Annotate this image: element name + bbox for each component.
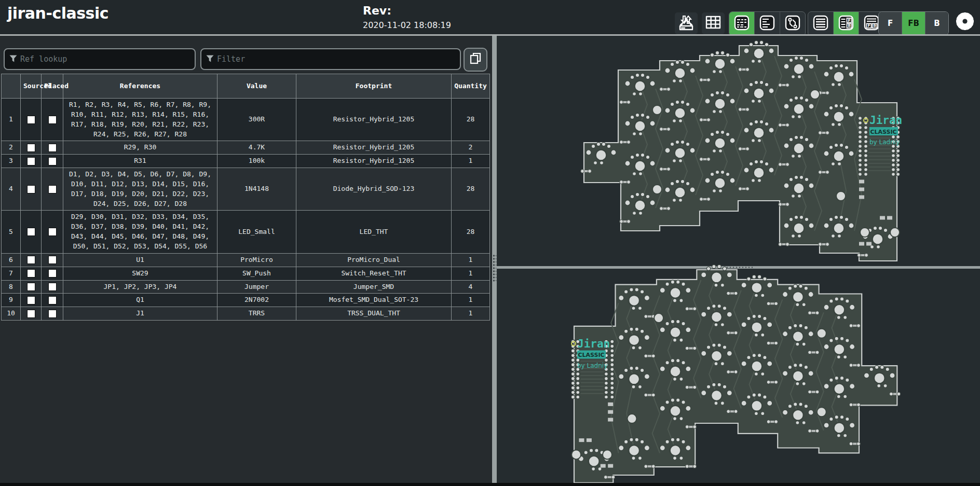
- footprint-cell: LED_THT: [296, 211, 452, 253]
- bom-ungrouped-button[interactable]: [755, 12, 780, 36]
- row-number: 5: [2, 211, 21, 253]
- row-number: 9: [2, 294, 21, 307]
- sourced-cell: [21, 155, 42, 168]
- placed-checkbox[interactable]: [48, 310, 57, 318]
- sourced-checkbox[interactable]: [27, 228, 35, 236]
- row-number: 10: [2, 307, 21, 321]
- stats-button[interactable]: [702, 12, 725, 34]
- bom-row[interactable]: 8JP1, JP2, JP3, JP4JumperJumper_SMD4: [2, 280, 490, 294]
- settings-gear-icon: [954, 10, 976, 34]
- bom-row[interactable]: 1R1, R2, R3, R4, R5, R6, R7, R8, R9, R10…: [2, 99, 490, 141]
- bom-row[interactable]: 4D1, D2, D3, D4, D5, D6, D7, D8, D9, D10…: [2, 168, 490, 211]
- svg-text:B: B: [873, 23, 876, 28]
- ref-lookup-input[interactable]: [17, 54, 195, 64]
- bom-row[interactable]: 3R31100kResistor_Hybrid_12051: [2, 155, 490, 168]
- references-cell: JP1, JP2, JP3, JP4: [63, 280, 217, 294]
- placed-cell: [42, 155, 63, 168]
- column-header-Footprint[interactable]: Footprint: [296, 74, 452, 99]
- column-header-Quantity[interactable]: Quantity: [452, 74, 490, 99]
- import-export-button[interactable]: [675, 12, 698, 34]
- bom-netlist-button[interactable]: [780, 12, 805, 36]
- front-layer-button[interactable]: F: [879, 12, 902, 35]
- placed-cell: [42, 253, 63, 267]
- stats-table-icon: [705, 14, 722, 33]
- footprint-cell: Mosfet_SMD_Dual_SOT-23: [296, 294, 452, 307]
- value-cell: 2N7002: [217, 294, 296, 307]
- sourced-checkbox[interactable]: [27, 144, 35, 152]
- bom-row[interactable]: 6U1ProMicroProMicro_Dual1: [2, 253, 490, 267]
- column-header-Placed[interactable]: Placed: [42, 74, 63, 99]
- footprint-cell: Diode_Hybrid_SOD-123: [296, 168, 452, 211]
- bom-grouped-button[interactable]: [729, 12, 755, 36]
- placed-checkbox[interactable]: [48, 185, 57, 193]
- ref-lookup-field: [4, 48, 196, 70]
- pcb-render: JiranCLASSICby LadniyJiranCLASSICby Ladn…: [497, 36, 980, 483]
- placed-checkbox[interactable]: [48, 228, 57, 236]
- references-cell: R1, R2, R3, R4, R5, R6, R7, R8, R9, R10,…: [63, 99, 217, 141]
- sourced-checkbox[interactable]: [27, 283, 35, 291]
- placed-cell: [42, 267, 63, 280]
- value-cell: 1N4148: [217, 168, 296, 211]
- sourced-checkbox[interactable]: [27, 296, 35, 304]
- quantity-cell: 1: [452, 307, 490, 321]
- sourced-checkbox[interactable]: [27, 269, 35, 277]
- footprint-cell: Resistor_Hybrid_1205: [296, 141, 452, 155]
- sourced-checkbox[interactable]: [27, 157, 35, 165]
- bom-row[interactable]: 5D29, D30, D31, D32, D33, D34, D35, D36,…: [2, 211, 490, 253]
- bom-panel: SourcedPlacedReferencesValueFootprintQua…: [0, 36, 492, 483]
- column-header-Sourced[interactable]: Sourced: [21, 74, 42, 99]
- split-left-right-button[interactable]: F B: [834, 12, 859, 36]
- filter-funnel-icon: [206, 54, 214, 64]
- sourced-cell: [21, 168, 42, 211]
- bom-row[interactable]: 9Q12N7002Mosfet_SMD_Dual_SOT-231: [2, 294, 490, 307]
- revision-date: 2020-11-02 18:08:19: [363, 20, 451, 30]
- bom-grouped-icon: [733, 15, 750, 33]
- filter-input[interactable]: [214, 54, 460, 64]
- copy-table-button[interactable]: [464, 48, 487, 72]
- front-back-layer-button[interactable]: FB: [902, 12, 925, 35]
- bom-only-layout-button[interactable]: [808, 12, 834, 36]
- svg-text:F: F: [848, 18, 850, 23]
- vertical-splitter-handle[interactable]: [493, 254, 496, 283]
- placed-checkbox[interactable]: [48, 157, 57, 165]
- bom-netlist-icon: [784, 15, 801, 33]
- sourced-cell: [21, 294, 42, 307]
- sourced-checkbox[interactable]: [27, 185, 35, 193]
- placed-checkbox[interactable]: [48, 269, 57, 277]
- value-cell: 100k: [217, 155, 296, 168]
- references-cell: R31: [63, 155, 217, 168]
- revision-block: Rev: 2020-11-02 18:08:19: [363, 4, 451, 30]
- references-cell: Q1: [63, 294, 217, 307]
- placed-checkbox[interactable]: [48, 296, 57, 304]
- settings-button[interactable]: [952, 9, 978, 35]
- placed-cell: [42, 168, 63, 211]
- column-header-References[interactable]: References: [63, 74, 217, 99]
- back-layer-button[interactable]: B: [925, 12, 948, 35]
- vertical-splitter[interactable]: [492, 36, 497, 483]
- bom-row[interactable]: 10J1TRRSTRSS_DUAL_THT1: [2, 307, 490, 321]
- page-title: jiran-classic: [7, 4, 108, 22]
- bom-row[interactable]: 2R29, R304.7KResistor_Hybrid_12052: [2, 141, 490, 155]
- value-cell: Jumper: [217, 280, 296, 294]
- placed-checkbox[interactable]: [48, 256, 57, 264]
- sourced-cell: [21, 280, 42, 294]
- column-header-Value[interactable]: Value: [217, 74, 296, 99]
- bom-table-header: SourcedPlacedReferencesValueFootprintQua…: [2, 74, 490, 99]
- sourced-checkbox[interactable]: [27, 310, 35, 318]
- pcb-logo-name: Jiran: [869, 114, 902, 127]
- sourced-cell: [21, 141, 42, 155]
- placed-checkbox[interactable]: [48, 116, 57, 124]
- back-pcb: JiranCLASSICby Ladniy: [571, 265, 901, 482]
- sourced-checkbox[interactable]: [27, 116, 35, 124]
- value-cell: TRRS: [217, 307, 296, 321]
- sourced-checkbox[interactable]: [27, 256, 35, 264]
- split-top-bottom-layout-icon: F B: [863, 15, 880, 33]
- placed-cell: [42, 307, 63, 321]
- references-cell: R29, R30: [63, 141, 217, 155]
- placed-checkbox[interactable]: [48, 144, 57, 152]
- bom-row[interactable]: 7SW29SW_PushSwitch_Reset_THT1: [2, 267, 490, 280]
- pcb-logo-byline: by Ladniy: [869, 138, 900, 146]
- placed-checkbox[interactable]: [48, 283, 57, 291]
- placed-cell: [42, 99, 63, 141]
- copy-icon: [469, 52, 482, 67]
